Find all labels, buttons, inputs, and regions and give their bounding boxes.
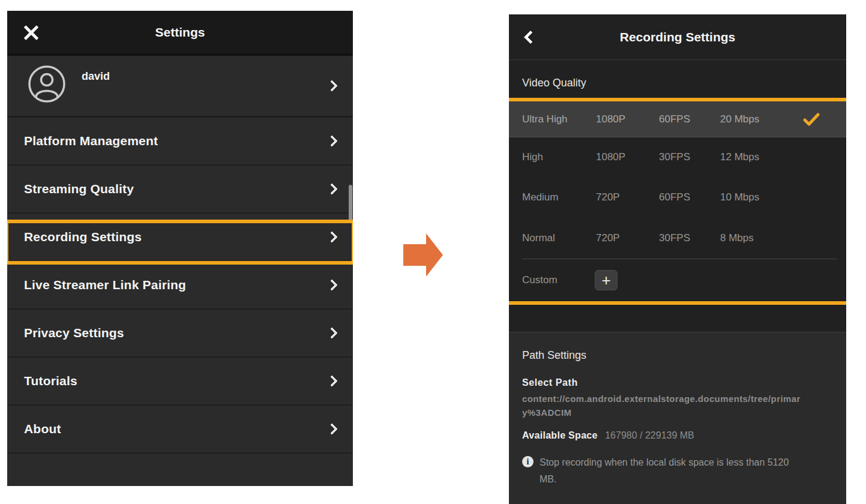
quality-bitrate: 8 Mbps xyxy=(720,232,803,244)
video-quality-section-label: Video Quality xyxy=(509,60,846,89)
chevron-right-icon xyxy=(326,375,338,387)
settings-title: Settings xyxy=(7,25,353,40)
checkmark-icon xyxy=(803,112,827,127)
menu-item-tutorials[interactable]: Tutorials xyxy=(7,358,353,406)
available-space-label: Available Space xyxy=(522,430,598,440)
quality-row-ultra-high[interactable]: Ultra High 1080P 60FPS 20 Mbps xyxy=(509,101,846,137)
path-settings-label: Path Settings xyxy=(522,349,834,362)
settings-header: Settings xyxy=(7,11,353,56)
menu-item-label: Tutorials xyxy=(24,374,77,388)
chevron-right-icon xyxy=(326,327,338,339)
chevron-right-icon xyxy=(326,80,338,92)
menu-item-live-streamer-link-pairing[interactable]: Live Streamer Link Pairing xyxy=(7,262,353,310)
chevron-right-icon xyxy=(326,183,338,195)
path-settings-section: Path Settings Select Path content://com.… xyxy=(509,332,846,504)
user-name: david xyxy=(82,70,110,83)
menu-item-about[interactable]: About xyxy=(7,406,353,454)
menu-item-recording-settings[interactable]: Recording Settings xyxy=(7,214,353,262)
quality-bitrate: 10 Mbps xyxy=(720,191,803,203)
arrow-head xyxy=(426,233,443,277)
quality-resolution: 1080P xyxy=(596,113,659,125)
annotation-arrow-icon xyxy=(403,233,442,277)
quality-resolution: 1080P xyxy=(596,151,659,163)
menu-item-streaming-quality[interactable]: Streaming Quality xyxy=(7,166,353,214)
quality-row-high[interactable]: High 1080P 30FPS 12 Mbps xyxy=(509,137,846,177)
quality-name: Medium xyxy=(509,191,596,203)
quality-name: Custom xyxy=(509,274,596,286)
user-profile-row[interactable]: david xyxy=(7,56,353,118)
available-space-row: Available Space 167980 / 229139 MB xyxy=(522,430,834,441)
screenshot-stage: Settings david Platform Management Strea… xyxy=(0,0,866,504)
menu-item-label: Platform Management xyxy=(24,134,158,148)
quality-resolution: 720P xyxy=(596,232,659,244)
settings-panel: Settings david Platform Management Strea… xyxy=(7,11,353,486)
info-icon: i xyxy=(522,456,534,467)
close-icon[interactable] xyxy=(23,24,40,41)
menu-item-label: Live Streamer Link Pairing xyxy=(24,278,186,292)
recording-settings-header: Recording Settings xyxy=(509,14,846,60)
menu-item-privacy-settings[interactable]: Privacy Settings xyxy=(7,310,353,358)
quality-row-custom: Custom + xyxy=(509,259,846,301)
quality-name: Ultra High xyxy=(509,113,596,125)
recording-settings-title: Recording Settings xyxy=(509,30,846,44)
available-space-value: 167980 / 229139 MB xyxy=(605,430,694,440)
quality-fps: 30FPS xyxy=(659,151,720,163)
quality-fps: 60FPS xyxy=(659,191,720,203)
menu-item-label: About xyxy=(24,422,61,436)
quality-bitrate: 20 Mbps xyxy=(720,113,803,125)
quality-fps: 30FPS xyxy=(659,232,720,244)
chevron-right-icon xyxy=(326,231,338,243)
quality-row-normal[interactable]: Normal 720P 30FPS 8 Mbps xyxy=(509,217,846,259)
disk-space-note-text: Stop recording when the local disk space… xyxy=(540,454,804,488)
quality-name: Normal xyxy=(509,232,596,244)
quality-resolution: 720P xyxy=(596,191,659,203)
menu-item-platform-management[interactable]: Platform Management xyxy=(7,118,353,166)
quality-name: High xyxy=(509,151,596,163)
arrow-bar xyxy=(403,244,426,266)
chevron-right-icon xyxy=(326,423,338,435)
menu-item-label: Recording Settings xyxy=(24,230,142,244)
chevron-right-icon xyxy=(326,135,338,147)
avatar-icon xyxy=(28,65,66,103)
chevron-right-icon xyxy=(326,279,338,291)
quality-bitrate: 12 Mbps xyxy=(720,151,803,163)
menu-item-label: Streaming Quality xyxy=(24,182,134,196)
select-path-label: Select Path xyxy=(522,377,834,388)
video-quality-table: Ultra High 1080P 60FPS 20 Mbps High 1080… xyxy=(509,101,846,301)
disk-space-note: i Stop recording when the local disk spa… xyxy=(522,454,834,488)
menu-item-label: Privacy Settings xyxy=(24,326,124,340)
select-path-value[interactable]: content://com.android.externalstorage.do… xyxy=(522,392,804,419)
quality-fps: 60FPS xyxy=(659,113,720,125)
scrollbar-thumb[interactable] xyxy=(349,185,352,221)
add-custom-quality-button[interactable]: + xyxy=(595,270,618,290)
quality-row-medium[interactable]: Medium 720P 60FPS 10 Mbps xyxy=(509,177,846,217)
recording-settings-panel: Recording Settings Video Quality Ultra H… xyxy=(509,14,846,504)
